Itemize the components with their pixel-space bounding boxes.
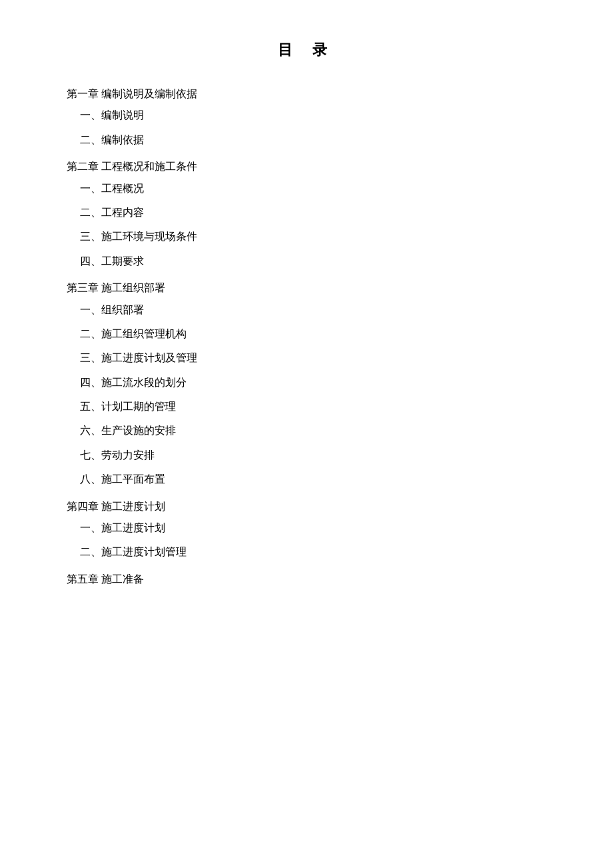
sub-item: 三、施工进度计划及管理 — [67, 348, 546, 368]
sub-item: 六、生产设施的安排 — [67, 421, 546, 441]
sub-item: 七、劳动力安排 — [67, 445, 546, 465]
chapter-heading: 第一章 编制说明及编制依据 — [67, 84, 546, 104]
sub-item: 四、工期要求 — [67, 251, 546, 271]
sub-item: 一、施工进度计划 — [67, 518, 546, 538]
sub-item: 一、工程概况 — [67, 179, 546, 199]
sub-item: 二、编制依据 — [67, 130, 546, 150]
sub-item: 三、施工环境与现场条件 — [67, 227, 546, 247]
sub-item: 二、施工组织管理机构 — [67, 324, 546, 344]
chapter-heading: 第二章 工程概况和施工条件 — [67, 157, 546, 177]
page-title: 目 录 — [67, 40, 546, 60]
sub-item: 一、编制说明 — [67, 105, 546, 125]
chapter-heading: 第四章 施工进度计划 — [67, 497, 546, 517]
sub-item: 二、施工进度计划管理 — [67, 542, 546, 562]
chapter-heading: 第五章 施工准备 — [67, 569, 546, 589]
toc-list: 第一章 编制说明及编制依据一、编制说明二、编制依据第二章 工程概况和施工条件一、… — [67, 84, 546, 589]
sub-item: 五、计划工期的管理 — [67, 397, 546, 417]
page-container: 目 录 第一章 编制说明及编制依据一、编制说明二、编制依据第二章 工程概况和施工… — [0, 0, 613, 868]
sub-item: 四、施工流水段的划分 — [67, 373, 546, 393]
sub-item: 一、组织部署 — [67, 300, 546, 320]
sub-item: 八、施工平面布置 — [67, 469, 546, 489]
sub-item: 二、工程内容 — [67, 203, 546, 223]
chapter-heading: 第三章 施工组织部署 — [67, 278, 546, 298]
